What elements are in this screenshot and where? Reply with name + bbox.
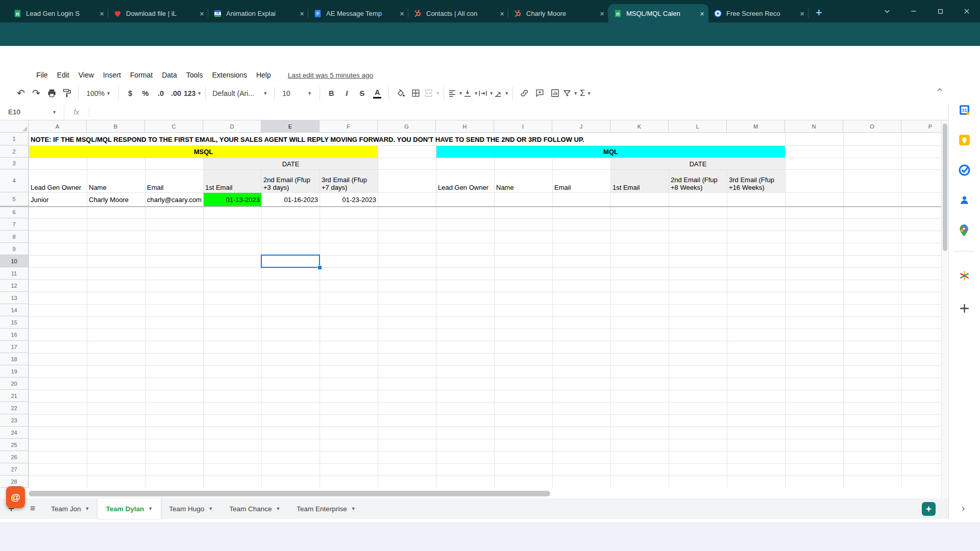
more-formats-button[interactable]: 123▼	[184, 86, 202, 101]
row-header-18[interactable]: 18	[0, 353, 29, 365]
menu-extensions[interactable]: Extensions	[207, 69, 251, 81]
browser-tab-8[interactable]: Free Screen Reco×	[708, 4, 808, 22]
sheet-tab-menu-icon[interactable]: ▼	[208, 506, 213, 511]
tab-close-icon[interactable]: ×	[700, 9, 704, 18]
row-header-20[interactable]: 20	[0, 378, 29, 390]
font-size-select[interactable]: 10▼	[278, 86, 316, 101]
zoom-select[interactable]: 100%▼	[82, 86, 115, 101]
tab-close-icon[interactable]: ×	[400, 9, 404, 18]
side-panel-keep-icon[interactable]	[958, 134, 971, 146]
column-header-D[interactable]: D	[203, 120, 261, 133]
row-header-24[interactable]: 24	[0, 427, 29, 439]
horizontal-align-icon[interactable]: ▼	[448, 86, 463, 101]
cell-C4[interactable]: Email	[145, 170, 203, 192]
format-currency-button[interactable]: $	[122, 86, 138, 101]
column-header-M[interactable]: M	[727, 120, 785, 133]
undo-icon[interactable]: ↶	[13, 86, 29, 101]
new-tab-button[interactable]: +	[816, 7, 822, 18]
side-panel-add-icon[interactable]	[958, 302, 971, 315]
row-header-21[interactable]: 21	[0, 390, 29, 402]
insert-comment-icon[interactable]	[532, 86, 547, 101]
tab-close-icon[interactable]: ×	[800, 9, 804, 18]
fill-color-icon[interactable]	[393, 86, 408, 101]
cell-A5[interactable]: Junior	[29, 193, 87, 206]
menu-tools[interactable]: Tools	[182, 69, 208, 81]
side-panel-tasks-icon[interactable]	[958, 164, 971, 177]
column-header-L[interactable]: L	[669, 120, 727, 133]
browser-tab-7[interactable]: MSQL/MQL Calen×	[608, 4, 708, 22]
vertical-align-icon[interactable]: ▼	[463, 86, 478, 101]
cell-D4[interactable]: 1st Email	[204, 170, 261, 192]
menu-insert[interactable]: Insert	[99, 69, 126, 81]
sheet-tab-team-dylan[interactable]: Team Dylan▼	[97, 498, 161, 519]
window-minimize-button[interactable]	[900, 0, 927, 22]
font-select[interactable]: Default (Ari...▼	[209, 86, 271, 101]
cell-A1[interactable]: NOTE: IF THE MSQL/MQL RESPOND TO THE FIR…	[29, 133, 785, 145]
row-header-27[interactable]: 27	[0, 463, 29, 475]
window-maximize-button[interactable]	[927, 0, 953, 22]
menu-edit[interactable]: Edit	[53, 69, 74, 81]
cell-M4[interactable]: 3rd Email (Ffup +16 Weeks)	[727, 170, 785, 192]
menu-format[interactable]: Format	[126, 69, 157, 81]
cell-A4[interactable]: Lead Gen Owner	[29, 170, 87, 192]
cell-A2[interactable]: MSQL	[29, 146, 378, 158]
row-header-15[interactable]: 15	[0, 316, 29, 329]
menu-data[interactable]: Data	[157, 69, 182, 81]
spreadsheet-grid[interactable]: ABCDEFGHIJKLMNOP123456789101112131415161…	[0, 120, 941, 488]
text-wrap-icon[interactable]: ▼	[478, 86, 494, 101]
vertical-scrollbar-thumb[interactable]	[943, 123, 947, 251]
sheet-tab-team-chance[interactable]: Team Chance▼	[221, 498, 288, 519]
text-rotation-icon[interactable]: ▼	[494, 86, 509, 101]
side-panel-addon-icon[interactable]	[958, 269, 971, 282]
row-header-10[interactable]: 10	[0, 255, 29, 267]
browser-tab-5[interactable]: Contacts | All con×	[408, 4, 508, 22]
name-box-caret-icon[interactable]: ▼	[52, 110, 57, 115]
column-header-I[interactable]: I	[494, 120, 552, 133]
sheet-tab-menu-icon[interactable]: ▼	[85, 506, 90, 511]
sheet-tab-menu-icon[interactable]: ▼	[148, 506, 153, 511]
sheet-tab-team-hugo[interactable]: Team Hugo▼	[161, 498, 221, 519]
side-panel-contacts-icon[interactable]	[958, 194, 971, 207]
cell-D5[interactable]: 01-13-2023	[204, 193, 261, 206]
window-close-button[interactable]	[953, 0, 980, 22]
row-header-4[interactable]: 4	[0, 169, 29, 192]
increase-decimal-button[interactable]: .00	[168, 86, 184, 101]
bold-button[interactable]: B	[324, 86, 339, 101]
last-edit-link[interactable]: Last edit was 5 minutes ago	[288, 71, 373, 79]
row-header-16[interactable]: 16	[0, 329, 29, 341]
italic-button[interactable]: I	[339, 86, 354, 101]
tab-close-icon[interactable]: ×	[100, 9, 104, 18]
cell-H2[interactable]: MQL	[436, 146, 785, 158]
cell-K3[interactable]: DATE	[611, 158, 785, 169]
row-header-17[interactable]: 17	[0, 341, 29, 353]
menu-help[interactable]: Help	[252, 69, 276, 81]
fill-handle[interactable]	[317, 265, 322, 270]
row-header-23[interactable]: 23	[0, 414, 29, 427]
hide-side-panel-chevron-icon[interactable]: ›	[962, 503, 965, 514]
column-header-C[interactable]: C	[145, 120, 203, 133]
sheet-tab-menu-icon[interactable]: ▼	[276, 506, 280, 511]
row-header-3[interactable]: 3	[0, 158, 29, 169]
column-header-O[interactable]: O	[843, 120, 901, 133]
cell-F4[interactable]: 3rd Email (Ffup +7 days)	[320, 170, 378, 192]
column-header-E[interactable]: E	[261, 120, 320, 133]
browser-tab-6[interactable]: Charly Moore×	[508, 4, 608, 22]
create-filter-icon[interactable]: ▼	[562, 86, 578, 101]
cell-K4[interactable]: 1st Email	[611, 170, 669, 192]
tab-close-icon[interactable]: ×	[600, 9, 604, 18]
paint-format-icon[interactable]	[59, 86, 75, 101]
tab-search-chevron-icon[interactable]	[874, 0, 900, 22]
cell-C5[interactable]: charly@caary.com	[145, 193, 203, 206]
column-header-P[interactable]: P	[901, 120, 941, 133]
borders-icon[interactable]	[408, 86, 423, 101]
row-header-26[interactable]: 26	[0, 451, 29, 463]
mention-overlay-badge[interactable]: @	[6, 486, 25, 508]
frozen-rows-divider[interactable]	[0, 206, 941, 207]
column-header-G[interactable]: G	[378, 120, 436, 133]
cell-B5[interactable]: Charly Moore	[87, 193, 145, 206]
row-header-9[interactable]: 9	[0, 243, 29, 255]
row-header-13[interactable]: 13	[0, 292, 29, 304]
row-header-19[interactable]: 19	[0, 365, 29, 378]
menu-view[interactable]: View	[74, 69, 99, 81]
column-header-F[interactable]: F	[320, 120, 378, 133]
